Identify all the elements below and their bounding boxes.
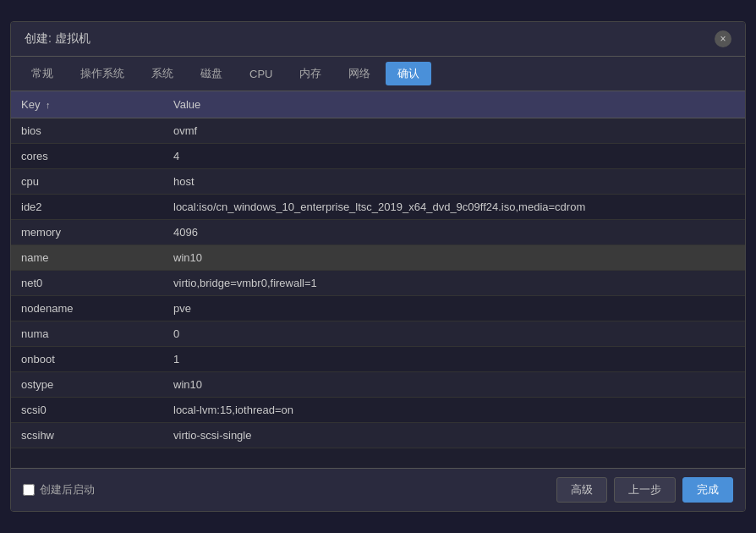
value-cell: virtio-scsi-single	[163, 423, 745, 448]
finish-button[interactable]: 完成	[682, 477, 733, 503]
tab-memory[interactable]: 内存	[288, 62, 333, 85]
value-cell: 4096	[163, 220, 745, 245]
value-cell: 4	[163, 144, 745, 169]
key-cell: onboot	[11, 347, 163, 372]
dialog-footer: 创建后启动 高级 上一步 完成	[11, 468, 745, 511]
tab-confirm[interactable]: 确认	[386, 62, 431, 85]
tab-disk[interactable]: 磁盘	[189, 62, 234, 85]
key-cell: memory	[11, 220, 163, 245]
table-row[interactable]: net0virtio,bridge=vmbr0,firewall=1	[11, 271, 745, 296]
table-row[interactable]: biosovmf	[11, 118, 745, 144]
key-cell: nodename	[11, 296, 163, 321]
content-area: Key ↑ Value biosovmfcores4cpuhostide2loc…	[11, 91, 745, 468]
key-cell: net0	[11, 271, 163, 296]
create-vm-dialog: 创建: 虚拟机 × 常规操作系统系统磁盘CPU内存网络确认 Key ↑ Valu…	[10, 21, 746, 512]
tab-system[interactable]: 系统	[140, 62, 185, 85]
tab-network[interactable]: 网络	[337, 62, 382, 85]
summary-table: Key ↑ Value biosovmfcores4cpuhostide2loc…	[11, 91, 745, 448]
table-row[interactable]: scsihwvirtio-scsi-single	[11, 423, 745, 448]
value-cell: win10	[163, 372, 745, 398]
value-cell: 1	[163, 347, 745, 372]
table-row[interactable]: numa0	[11, 321, 745, 347]
autostart-checkbox-row: 创建后启动	[23, 482, 95, 497]
tab-cpu[interactable]: CPU	[238, 63, 284, 85]
value-cell: win10	[163, 245, 745, 271]
key-cell: bios	[11, 118, 163, 144]
close-icon: ×	[720, 33, 726, 45]
table-row[interactable]: namewin10	[11, 245, 745, 271]
autostart-checkbox[interactable]	[23, 484, 35, 496]
value-cell: 0	[163, 321, 745, 347]
table-row[interactable]: scsi0local-lvm:15,iothread=on	[11, 398, 745, 423]
key-cell: numa	[11, 321, 163, 347]
table-row[interactable]: memory4096	[11, 220, 745, 245]
key-cell: name	[11, 245, 163, 271]
value-cell: local:iso/cn_windows_10_enterprise_ltsc_…	[163, 195, 745, 220]
value-cell: host	[163, 169, 745, 195]
key-cell: cores	[11, 144, 163, 169]
footer-buttons: 高级 上一步 完成	[556, 477, 733, 503]
value-cell: ovmf	[163, 118, 745, 144]
key-cell: ostype	[11, 372, 163, 398]
key-cell: cpu	[11, 169, 163, 195]
tab-os[interactable]: 操作系统	[68, 62, 136, 85]
sort-arrow-icon: ↑	[46, 100, 51, 110]
key-cell: scsi0	[11, 398, 163, 423]
value-cell: local-lvm:15,iothread=on	[163, 398, 745, 423]
key-cell: ide2	[11, 195, 163, 220]
autostart-label: 创建后启动	[40, 482, 95, 497]
col-header-value: Value	[163, 91, 745, 118]
table-row[interactable]: cpuhost	[11, 169, 745, 195]
col-header-key: Key ↑	[11, 91, 163, 118]
dialog-title-bar: 创建: 虚拟机 ×	[11, 22, 745, 57]
table-row[interactable]: nodenamepve	[11, 296, 745, 321]
value-cell: pve	[163, 296, 745, 321]
table-row[interactable]: ide2local:iso/cn_windows_10_enterprise_l…	[11, 195, 745, 220]
key-cell: scsihw	[11, 423, 163, 448]
advanced-button[interactable]: 高级	[556, 477, 607, 503]
close-button[interactable]: ×	[715, 30, 731, 47]
tab-bar: 常规操作系统系统磁盘CPU内存网络确认	[11, 57, 745, 91]
table-row[interactable]: cores4	[11, 144, 745, 169]
summary-table-container: Key ↑ Value biosovmfcores4cpuhostide2loc…	[11, 91, 745, 468]
back-button[interactable]: 上一步	[614, 477, 676, 503]
dialog-title: 创建: 虚拟机	[25, 31, 90, 47]
tab-general[interactable]: 常规	[19, 62, 65, 85]
table-row[interactable]: onboot1	[11, 347, 745, 372]
value-cell: virtio,bridge=vmbr0,firewall=1	[163, 271, 745, 296]
table-row[interactable]: ostypewin10	[11, 372, 745, 398]
